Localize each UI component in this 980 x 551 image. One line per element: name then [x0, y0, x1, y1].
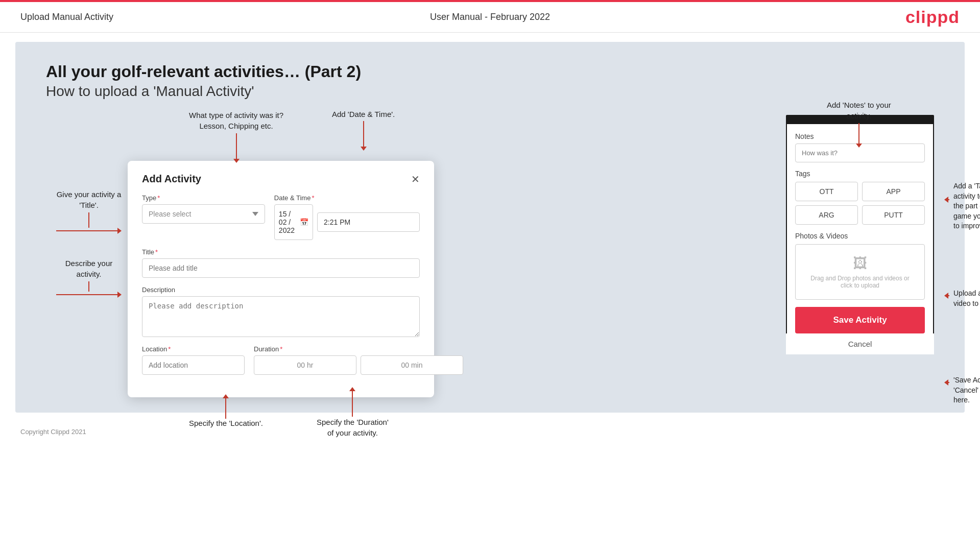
tag-putt[interactable]: PUTT: [862, 205, 925, 225]
description-group: Description: [142, 286, 420, 337]
add-activity-modal: Add Activity ✕ Type* Please select: [128, 161, 434, 397]
annotation-activity-type: What type of activity was it? Lesson, Ch…: [189, 110, 283, 163]
description-label: Description: [142, 286, 420, 294]
duration-min-input[interactable]: [361, 355, 463, 375]
photo-icon: 🖼: [801, 255, 919, 272]
annotation-duration: Specify the 'Duration' of your activity.: [317, 387, 389, 438]
location-duration-row: Location* Duration*: [142, 345, 420, 375]
page-title-bold: All your golf-relevant activities… (Part…: [46, 62, 934, 81]
tag-ott[interactable]: OTT: [795, 182, 858, 201]
type-group: Type* Please select: [142, 194, 265, 240]
annotation-tags: Add a 'Tag' to your activity to link it …: [944, 181, 980, 231]
save-activity-button[interactable]: Save Activity: [795, 307, 925, 333]
description-textarea[interactable]: [142, 296, 420, 337]
page-title-normal: How to upload a 'Manual Activity': [46, 83, 934, 100]
photos-section-label: Photos & Videos: [795, 232, 925, 240]
modal-header: Add Activity ✕: [142, 173, 420, 185]
page-title-block: All your golf-relevant activities… (Part…: [46, 62, 934, 100]
clippd-logo: clippd: [905, 7, 960, 27]
tags-section-label: Tags: [795, 170, 925, 178]
top-bar: Upload Manual Activity User Manual - Feb…: [0, 0, 980, 33]
title-label: Title*: [142, 248, 420, 256]
modal-title: Add Activity: [142, 173, 201, 185]
title-input[interactable]: [142, 258, 420, 278]
phone-panel: Notes Tags OTT APP ARG PUTT Photos & Vid…: [786, 115, 934, 354]
tags-grid: OTT APP ARG PUTT: [795, 182, 925, 225]
location-label: Location*: [142, 345, 245, 353]
footer: Copyright Clippd 2021: [0, 422, 980, 442]
photos-drop-zone[interactable]: 🖼 Drag and Drop photos and videos or cli…: [795, 244, 925, 300]
date-input[interactable]: 15 / 02 / 2022 📅: [274, 204, 313, 240]
location-group: Location*: [142, 345, 245, 375]
cancel-link[interactable]: Cancel: [786, 333, 934, 354]
type-label: Type*: [142, 194, 265, 202]
tag-app[interactable]: APP: [862, 182, 925, 201]
document-title: User Manual - February 2022: [430, 12, 550, 22]
annotation-save-cancel: 'Save Activity' or 'Cancel' your changes…: [944, 375, 980, 405]
annotation-date-time: Add 'Date & Time'.: [332, 110, 395, 151]
duration-hr-input[interactable]: [254, 355, 356, 375]
content-layout: What type of activity was it? Lesson, Ch…: [46, 115, 934, 397]
duration-inputs: [254, 355, 463, 375]
phone-inner: Notes Tags OTT APP ARG PUTT Photos & Vid…: [787, 124, 933, 333]
date-time-inputs: 15 / 02 / 2022 📅: [274, 204, 420, 240]
datetime-group: Date & Time* 15 / 02 / 2022 📅: [274, 194, 420, 240]
type-date-row: Type* Please select Date & Time* 15 / 02: [142, 194, 420, 240]
photos-drop-text: Drag and Drop photos and videos or click…: [801, 275, 919, 289]
time-input[interactable]: [317, 212, 420, 232]
footer-text: Copyright Clippd 2021: [20, 428, 86, 436]
location-input[interactable]: [142, 355, 245, 375]
duration-label: Duration*: [254, 345, 463, 353]
annotation-photo: Upload a photo or video to the activity.: [944, 289, 980, 308]
page-section-title: Upload Manual Activity: [20, 12, 113, 22]
calendar-icon: 📅: [300, 218, 308, 226]
tag-arg[interactable]: ARG: [795, 205, 858, 225]
title-group: Title*: [142, 248, 420, 278]
annotation-location: Specify the 'Location'.: [189, 394, 263, 428]
right-section: Add 'Notes' to your activity. Notes Tags…: [786, 115, 934, 397]
top-accent-bar: [0, 0, 980, 2]
main-content: All your golf-relevant activities… (Part…: [15, 42, 965, 413]
annotation-title: Give your activity a 'Title'.: [56, 189, 122, 234]
annotation-notes: Add 'Notes' to your activity.: [827, 100, 891, 148]
modal-close-button[interactable]: ✕: [411, 174, 420, 184]
datetime-label: Date & Time*: [274, 194, 420, 202]
annotation-description: Describe your activity.: [56, 258, 122, 298]
type-select[interactable]: Please select: [142, 204, 265, 224]
duration-group: Duration*: [254, 345, 463, 375]
